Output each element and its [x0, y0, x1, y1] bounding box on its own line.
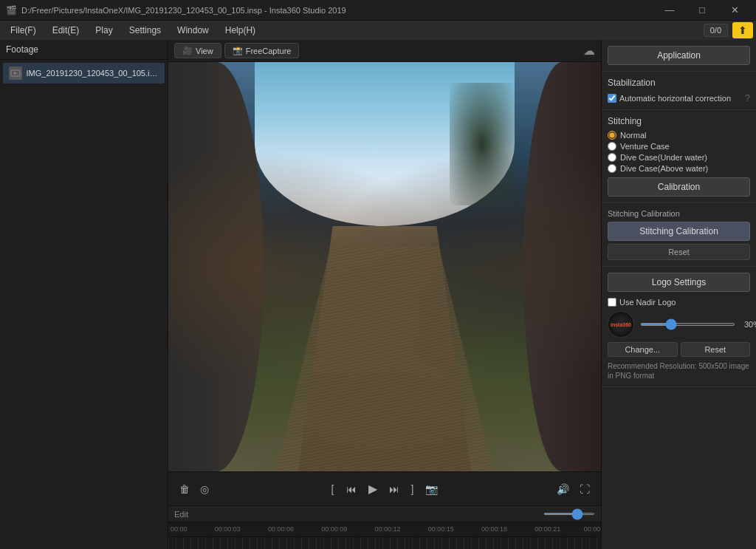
logo-change-button[interactable]: Change...: [608, 342, 678, 357]
bracket-left-button[interactable]: [: [328, 480, 338, 498]
resolution-note: Recommended Resolution: 500x500 image in…: [608, 361, 750, 381]
title-bar: 🎬 D:/Freer/Pictures/InstaOneX/IMG_201912…: [0, 0, 756, 21]
radio-dive-under-input[interactable]: [608, 153, 616, 162]
menu-window[interactable]: Window: [170, 24, 216, 37]
view-toolbar: 🎥 View 📸 FreeCapture ☁: [168, 40, 601, 62]
freecapture-tab-label: FreeCapture: [246, 47, 292, 55]
logo-text: insta360: [611, 322, 631, 327]
footage-thumb-icon: [9, 67, 22, 80]
upload-counter: 0/0: [704, 24, 728, 37]
logo-thumbnail: insta360: [608, 311, 634, 338]
delete-button[interactable]: 🗑: [176, 480, 193, 498]
logo-inner: insta360: [610, 313, 632, 335]
radio-venture-label: Venture Case: [620, 142, 670, 151]
radio-normal-label: Normal: [620, 131, 646, 140]
stabilization-section: Stabilization Automatic horizontal corre…: [602, 72, 756, 110]
upload-button[interactable]: ⬆: [732, 22, 753, 38]
timeline-ticks: [168, 537, 601, 549]
ctrl-left: 🗑 ◎: [176, 480, 213, 498]
auto-correction-label[interactable]: Automatic horizontal correction: [608, 94, 731, 103]
view-tab-label: View: [196, 47, 213, 55]
skip-forward-button[interactable]: ⏭: [385, 480, 403, 498]
logo-settings-section: Logo Settings Use Nadir Logo insta360 30…: [602, 267, 756, 387]
stitching-title: Stitching: [608, 116, 750, 126]
use-nadir-label[interactable]: Use Nadir Logo: [608, 298, 750, 307]
freecapture-tab[interactable]: 📸 FreeCapture: [224, 43, 300, 58]
title-text: 🎬 D:/Freer/Pictures/InstaOneX/IMG_201912…: [6, 5, 346, 16]
mark-2: 00:00:06: [268, 525, 294, 533]
logo-settings-button[interactable]: Logo Settings: [608, 273, 750, 292]
fullscreen-button[interactable]: ⛶: [576, 480, 594, 498]
mark-0: 00:00:00: [168, 525, 188, 533]
stitching-calibration-button[interactable]: Stitching Calibration: [608, 222, 750, 241]
menu-file[interactable]: File(F): [3, 24, 44, 37]
logo-row: insta360 30%: [608, 311, 750, 338]
mark-6: 00:00:18: [481, 525, 507, 533]
help-icon[interactable]: ?: [745, 92, 750, 103]
radio-normal[interactable]: Normal: [608, 131, 750, 140]
slider-value: 30%: [740, 320, 756, 329]
main-layout: Footage IMG_20191230_120453_00_105.insp …: [0, 40, 756, 549]
stabilization-row: Automatic horizontal correction ?: [608, 92, 750, 103]
window-controls: — □ ✕: [654, 0, 750, 21]
menu-help[interactable]: Help(H): [218, 24, 263, 37]
radio-normal-input[interactable]: [608, 131, 616, 140]
stitching-calibration-reset-button[interactable]: Reset: [608, 244, 750, 260]
logo-size-slider[interactable]: [640, 323, 735, 326]
menu-edit[interactable]: Edit(E): [45, 24, 87, 37]
timeline-ruler[interactable]: 00:00:00 00:00:03 00:00:06 00:00:09 00:0…: [168, 522, 601, 537]
speed-slider[interactable]: [543, 513, 595, 515]
gyro-button[interactable]: ◎: [196, 480, 213, 498]
radio-dive-above-label: Dive Case(Above water): [620, 164, 708, 173]
radio-venture[interactable]: Venture Case: [608, 142, 750, 151]
menu-right: 0/0 ⬆: [704, 22, 753, 38]
screenshot-button[interactable]: 📷: [422, 480, 441, 498]
edit-label: Edit: [174, 510, 188, 519]
mark-8: 00:00:24: [584, 525, 601, 533]
video-frame: [168, 62, 601, 471]
footage-header: Footage: [0, 40, 168, 60]
radio-dive-under[interactable]: Dive Case(Under water): [608, 153, 750, 162]
mark-3: 00:00:09: [321, 525, 347, 533]
footage-item[interactable]: IMG_20191230_120453_00_105.insp: [3, 63, 165, 83]
ruler-marks: 00:00:00 00:00:03 00:00:06 00:00:09 00:0…: [174, 522, 601, 536]
close-button[interactable]: ✕: [719, 0, 750, 21]
svg-marker-1: [14, 72, 17, 75]
menu-items: File(F) Edit(E) Play Settings Window Hel…: [3, 24, 263, 37]
play-button[interactable]: ▶: [365, 479, 381, 499]
maximize-button[interactable]: □: [687, 0, 718, 21]
timeline-track[interactable]: [168, 537, 601, 549]
skip-back-button[interactable]: ⏮: [343, 480, 360, 498]
menu-settings[interactable]: Settings: [122, 24, 168, 37]
auto-correction-checkbox[interactable]: [608, 94, 616, 103]
stitching-section: Stitching Normal Venture Case Dive Case(…: [602, 110, 756, 203]
video-container: [168, 62, 601, 471]
footage-filename: IMG_20191230_120453_00_105.insp: [27, 69, 159, 78]
menu-play[interactable]: Play: [88, 24, 120, 37]
stitching-calibration-section: Stitching Calibration Stitching Calibrat…: [602, 203, 756, 267]
radio-dive-above[interactable]: Dive Case(Above water): [608, 164, 750, 173]
cloud-icon[interactable]: ☁: [583, 44, 595, 57]
calibration-button[interactable]: Calibration: [608, 177, 750, 197]
toolbar-right: ☁: [583, 44, 595, 58]
trees-area: [450, 83, 515, 205]
radio-venture-input[interactable]: [608, 142, 616, 151]
slider-row: 30%: [640, 320, 756, 329]
timeline-area: Edit 00:00:00 00:00:03 00:00:06 00:00:09…: [168, 505, 601, 549]
edit-header: Edit: [168, 506, 601, 522]
mark-1: 00:00:03: [215, 525, 241, 533]
bracket-right-button[interactable]: ]: [408, 480, 418, 498]
mark-5: 00:00:15: [428, 525, 454, 533]
logo-reset-button[interactable]: Reset: [681, 342, 751, 357]
volume-button[interactable]: 🔊: [553, 480, 573, 498]
capture-icon: 📸: [233, 46, 243, 55]
radio-dive-under-label: Dive Case(Under water): [620, 153, 707, 162]
stitching-calibration-title: Stitching Calibration: [608, 209, 750, 218]
application-button[interactable]: Application: [608, 46, 750, 65]
radio-dive-above-input[interactable]: [608, 164, 616, 173]
use-nadir-checkbox[interactable]: [608, 298, 616, 307]
use-nadir-text: Use Nadir Logo: [619, 298, 676, 307]
stabilization-title: Stabilization: [608, 78, 750, 88]
minimize-button[interactable]: —: [654, 0, 685, 21]
view-tab[interactable]: 🎥 View: [174, 43, 221, 58]
